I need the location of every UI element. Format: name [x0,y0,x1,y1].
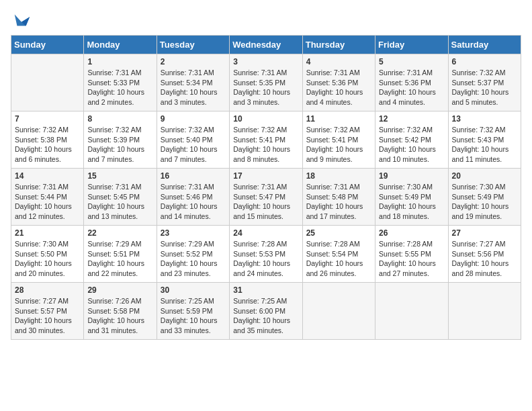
calendar-cell: 31Sunrise: 7:25 AM Sunset: 6:00 PM Dayli… [230,283,302,340]
day-number: 20 [452,171,517,181]
day-number: 17 [233,171,298,181]
cell-info: Sunrise: 7:31 AM Sunset: 5:36 PM Dayligh… [306,68,371,107]
calendar-cell: 28Sunrise: 7:27 AM Sunset: 5:57 PM Dayli… [11,283,84,340]
cell-info: Sunrise: 7:31 AM Sunset: 5:47 PM Dayligh… [233,182,298,222]
day-number: 1 [87,57,152,66]
calendar-week-row: 28Sunrise: 7:27 AM Sunset: 5:57 PM Dayli… [11,283,521,340]
day-number: 24 [233,228,298,238]
calendar-week-row: 14Sunrise: 7:31 AM Sunset: 5:44 PM Dayli… [11,169,521,226]
calendar-cell: 30Sunrise: 7:25 AM Sunset: 5:59 PM Dayli… [157,283,229,340]
cell-info: Sunrise: 7:30 AM Sunset: 5:50 PM Dayligh… [15,239,80,279]
day-number: 29 [87,285,152,295]
day-number: 30 [161,285,226,295]
calendar-cell: 21Sunrise: 7:30 AM Sunset: 5:50 PM Dayli… [11,226,84,283]
calendar-body: 1Sunrise: 7:31 AM Sunset: 5:33 PM Daylig… [11,54,521,340]
calendar-cell: 27Sunrise: 7:27 AM Sunset: 5:56 PM Dayli… [448,226,521,283]
day-number: 6 [452,57,517,66]
calendar-cell: 6Sunrise: 7:32 AM Sunset: 5:37 PM Daylig… [448,54,521,111]
calendar-cell: 18Sunrise: 7:31 AM Sunset: 5:48 PM Dayli… [302,169,375,226]
cell-info: Sunrise: 7:31 AM Sunset: 5:44 PM Dayligh… [15,182,80,222]
cell-info: Sunrise: 7:32 AM Sunset: 5:42 PM Dayligh… [379,125,444,165]
cell-info: Sunrise: 7:27 AM Sunset: 5:57 PM Dayligh… [15,296,80,336]
day-number: 11 [306,114,371,124]
page-header [11,11,521,30]
cell-info: Sunrise: 7:32 AM Sunset: 5:43 PM Dayligh… [452,125,517,165]
cell-info: Sunrise: 7:29 AM Sunset: 5:51 PM Dayligh… [87,239,152,279]
calendar-week-row: 7Sunrise: 7:32 AM Sunset: 5:38 PM Daylig… [11,111,521,169]
calendar-cell: 13Sunrise: 7:32 AM Sunset: 5:43 PM Dayli… [448,111,521,169]
day-number: 12 [379,114,444,124]
col-wednesday: Wednesday [230,36,302,54]
cell-info: Sunrise: 7:30 AM Sunset: 5:49 PM Dayligh… [379,182,444,222]
col-friday: Friday [375,36,448,54]
cell-info: Sunrise: 7:28 AM Sunset: 5:55 PM Dayligh… [379,239,444,279]
cell-info: Sunrise: 7:28 AM Sunset: 5:53 PM Dayligh… [233,239,298,279]
cell-info: Sunrise: 7:29 AM Sunset: 5:52 PM Dayligh… [161,239,226,279]
cell-info: Sunrise: 7:32 AM Sunset: 5:39 PM Dayligh… [87,125,152,165]
calendar-cell: 7Sunrise: 7:32 AM Sunset: 5:38 PM Daylig… [11,111,84,169]
col-sunday: Sunday [11,36,84,54]
day-number: 13 [452,114,517,124]
calendar-cell: 1Sunrise: 7:31 AM Sunset: 5:33 PM Daylig… [84,54,157,111]
logo-icon [12,11,31,30]
cell-info: Sunrise: 7:25 AM Sunset: 5:59 PM Dayligh… [161,296,226,336]
calendar-cell [11,54,84,111]
calendar-cell [448,283,521,340]
cell-info: Sunrise: 7:32 AM Sunset: 5:38 PM Dayligh… [15,125,80,165]
cell-info: Sunrise: 7:30 AM Sunset: 5:49 PM Dayligh… [452,182,517,222]
cell-info: Sunrise: 7:31 AM Sunset: 5:48 PM Dayligh… [306,182,371,222]
cell-info: Sunrise: 7:31 AM Sunset: 5:34 PM Dayligh… [161,68,226,107]
cell-info: Sunrise: 7:32 AM Sunset: 5:37 PM Dayligh… [452,68,517,107]
day-number: 22 [87,228,152,238]
calendar-header: Sunday Monday Tuesday Wednesday Thursday… [11,36,521,54]
day-number: 28 [15,285,80,295]
col-tuesday: Tuesday [157,36,229,54]
calendar-table: Sunday Monday Tuesday Wednesday Thursday… [11,35,521,340]
calendar-cell: 25Sunrise: 7:28 AM Sunset: 5:54 PM Dayli… [302,226,375,283]
day-number: 2 [161,57,226,66]
calendar-cell: 15Sunrise: 7:31 AM Sunset: 5:45 PM Dayli… [84,169,157,226]
cell-info: Sunrise: 7:32 AM Sunset: 5:40 PM Dayligh… [161,125,226,165]
cell-info: Sunrise: 7:31 AM Sunset: 5:45 PM Dayligh… [87,182,152,222]
calendar-cell: 20Sunrise: 7:30 AM Sunset: 5:49 PM Dayli… [448,169,521,226]
day-number: 31 [233,285,298,295]
col-thursday: Thursday [302,36,375,54]
day-number: 8 [87,114,152,124]
day-number: 18 [306,171,371,181]
calendar-cell: 14Sunrise: 7:31 AM Sunset: 5:44 PM Dayli… [11,169,84,226]
day-number: 10 [233,114,298,124]
calendar-cell: 22Sunrise: 7:29 AM Sunset: 5:51 PM Dayli… [84,226,157,283]
calendar-cell [375,283,448,340]
calendar-week-row: 1Sunrise: 7:31 AM Sunset: 5:33 PM Daylig… [11,54,521,111]
calendar-cell: 19Sunrise: 7:30 AM Sunset: 5:49 PM Dayli… [375,169,448,226]
day-number: 9 [161,114,226,124]
cell-info: Sunrise: 7:26 AM Sunset: 5:58 PM Dayligh… [87,296,152,336]
cell-info: Sunrise: 7:25 AM Sunset: 6:00 PM Dayligh… [233,296,298,336]
day-number: 27 [452,228,517,238]
col-monday: Monday [84,36,157,54]
day-number: 25 [306,228,371,238]
calendar-cell: 29Sunrise: 7:26 AM Sunset: 5:58 PM Dayli… [84,283,157,340]
cell-info: Sunrise: 7:31 AM Sunset: 5:33 PM Dayligh… [87,68,152,107]
day-number: 23 [161,228,226,238]
day-number: 4 [306,57,371,66]
cell-info: Sunrise: 7:27 AM Sunset: 5:56 PM Dayligh… [452,239,517,279]
day-number: 14 [15,171,80,181]
day-number: 3 [233,57,298,66]
day-number: 26 [379,228,444,238]
calendar-cell: 17Sunrise: 7:31 AM Sunset: 5:47 PM Dayli… [230,169,302,226]
calendar-cell: 16Sunrise: 7:31 AM Sunset: 5:46 PM Dayli… [157,169,229,226]
cell-info: Sunrise: 7:28 AM Sunset: 5:54 PM Dayligh… [306,239,371,279]
calendar-week-row: 21Sunrise: 7:30 AM Sunset: 5:50 PM Dayli… [11,226,521,283]
col-saturday: Saturday [448,36,521,54]
header-row: Sunday Monday Tuesday Wednesday Thursday… [11,36,521,54]
day-number: 5 [379,57,444,66]
calendar-cell: 23Sunrise: 7:29 AM Sunset: 5:52 PM Dayli… [157,226,229,283]
cell-info: Sunrise: 7:32 AM Sunset: 5:41 PM Dayligh… [306,125,371,165]
calendar-cell: 11Sunrise: 7:32 AM Sunset: 5:41 PM Dayli… [302,111,375,169]
calendar-cell: 8Sunrise: 7:32 AM Sunset: 5:39 PM Daylig… [84,111,157,169]
calendar-cell: 12Sunrise: 7:32 AM Sunset: 5:42 PM Dayli… [375,111,448,169]
cell-info: Sunrise: 7:32 AM Sunset: 5:41 PM Dayligh… [233,125,298,165]
cell-info: Sunrise: 7:31 AM Sunset: 5:35 PM Dayligh… [233,68,298,107]
calendar-cell: 5Sunrise: 7:31 AM Sunset: 5:36 PM Daylig… [375,54,448,111]
